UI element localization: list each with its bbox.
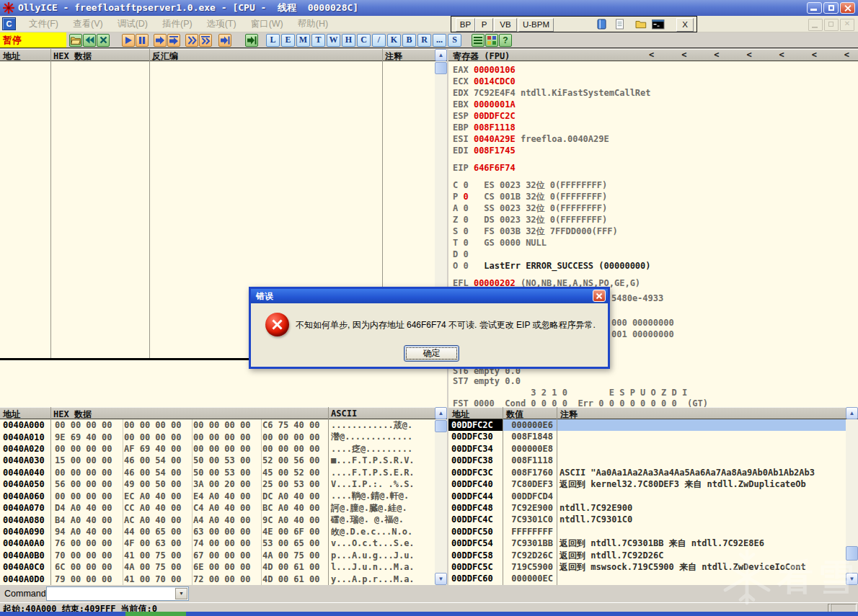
hexdump-scroll-thumb[interactable]	[435, 420, 447, 432]
menu-item-4[interactable]: 选项(T)	[200, 16, 244, 32]
child-restore-button[interactable]	[824, 19, 839, 31]
stack-row-00DDFC30[interactable]: 00DDFC30008F1848	[448, 431, 846, 442]
hexdump-row-0040A040[interactable]: 0040A04000 00 00 0046 00 54 0050 00 53 0…	[0, 467, 435, 478]
options-icon[interactable]	[472, 34, 485, 47]
disasm-scroll-up-icon[interactable]: ▲	[435, 49, 447, 61]
stack-row-00DDFC5C[interactable]: 00DDFC5C719C5900返回到 mswsock.719C5900 来自 …	[448, 561, 846, 573]
disasm-scroll-thumb[interactable]	[435, 62, 447, 74]
stack-row-00DDFC58[interactable]: 00DDFC587C92D26C返回到 ntdll.7C92D26C	[448, 550, 846, 561]
toolbar-letter-button-M[interactable]: M	[296, 34, 310, 47]
registers-unfold-icon[interactable]: <	[649, 50, 654, 60]
hexdump-scroll-up-icon[interactable]: ▲	[435, 407, 447, 419]
registers-unfold-icon[interactable]: <	[681, 50, 686, 60]
hexdump-row-0040A0B0[interactable]: 0040A0B070 00 00 0041 00 75 0067 00 00 0…	[0, 550, 435, 561]
toolbar-letter-button-R[interactable]: R	[417, 34, 431, 47]
toolbar-letter-button-W[interactable]: W	[327, 34, 340, 47]
hexdump-row-0040A000[interactable]: 0040A00000 00 00 0000 00 00 0000 00 00 0…	[0, 419, 435, 431]
register-line[interactable]: S 0 FS 003B 32位 7FFDD000(FFF)	[453, 226, 618, 236]
register-line[interactable]: D 0	[453, 249, 469, 259]
hexdump-row-0040A080[interactable]: 0040A080B4 A0 40 00AC A0 40 00A4 A0 40 0…	[0, 514, 435, 525]
toolbar-letter-button-S[interactable]: S	[448, 34, 461, 47]
child-minimize-button[interactable]	[808, 19, 823, 31]
register-line[interactable]: 001 00000000	[611, 329, 674, 339]
stack-scroll-down-icon[interactable]: ▼	[846, 573, 858, 585]
command-input[interactable]: ▼	[46, 586, 189, 601]
register-line[interactable]: Z 0 DS 0023 32位 0(FFFFFFFF)	[453, 215, 607, 225]
error-dialog-titlebar[interactable]: 错误	[251, 289, 608, 303]
run-button[interactable]	[122, 34, 135, 47]
bp-button[interactable]: BP	[456, 18, 475, 32]
help-icon[interactable]: ?	[499, 34, 512, 47]
register-line[interactable]: T 0 GS 0000 NULL	[453, 238, 547, 248]
hexdump-row-0040A010[interactable]: 0040A0109E 69 40 0000 00 00 0000 00 00 0…	[0, 431, 435, 442]
ok-button[interactable]: 确定	[404, 345, 459, 362]
stack-scroll-up-icon[interactable]: ▲	[846, 407, 858, 419]
close-process-button[interactable]	[97, 34, 110, 47]
menu-item-0[interactable]: 文件(F)	[22, 16, 66, 32]
stack-row-00DDFC40[interactable]: 00DDFC407C80DEF3返回到 kernel32.7C80DEF3 来自…	[448, 478, 846, 490]
register-line[interactable]: EBX 0000001A	[453, 99, 516, 110]
menu-item-1[interactable]: 查看(V)	[66, 16, 110, 32]
stack-row-00DDFC44[interactable]: 00DDFC4400DDFCD4	[448, 491, 846, 502]
register-line[interactable]: 000 00000000	[611, 318, 674, 328]
hexdump-row-0040A050[interactable]: 0040A05056 00 00 0049 00 50 003A 00 20 0…	[0, 478, 435, 490]
command-dropdown-icon[interactable]: ▼	[175, 588, 187, 599]
hexdump-row-0040A060[interactable]: 0040A06000 00 00 00EC A0 40 00E4 A0 40 0…	[0, 491, 435, 502]
step-over-button[interactable]	[167, 34, 180, 47]
register-line[interactable]: ST7 empty 0.0	[453, 376, 521, 386]
hexdump-row-0040A0A0[interactable]: 0040A0A076 00 00 004F 00 63 0074 00 00 0…	[0, 537, 435, 549]
register-line[interactable]: EDI 008F1745	[453, 146, 516, 156]
console-icon[interactable]	[650, 18, 666, 30]
open-file-button[interactable]	[69, 34, 82, 47]
register-line[interactable]: 5480e-4933	[611, 293, 663, 303]
menu-item-5[interactable]: 窗口(W)	[244, 16, 291, 32]
toolbar-letter-button-B[interactable]: B	[402, 34, 416, 47]
register-line[interactable]: ECX 0014CDC0	[453, 76, 516, 86]
register-line[interactable]: ESP 00DDFC2C	[453, 111, 516, 121]
hexdump-row-0040A020[interactable]: 0040A02000 00 00 00AF 69 40 0000 00 00 0…	[0, 443, 435, 455]
notebook-icon[interactable]	[593, 18, 609, 30]
toolbar-letter-button-E[interactable]: E	[281, 34, 295, 47]
toolbar-letter-button-C[interactable]: C	[357, 34, 371, 47]
stack-row-00DDFC54[interactable]: 00DDFC547C9301BB返回到 ntdll.7C9301BB 来自 nt…	[448, 537, 846, 549]
p-button[interactable]: P	[475, 18, 493, 32]
execute-till-return-button[interactable]	[218, 34, 231, 47]
error-dialog-close-icon[interactable]	[593, 290, 606, 302]
stack-row-00DDFC38[interactable]: 00DDFC38008F1118	[448, 455, 846, 466]
stack-row-00DDFC50[interactable]: 00DDFC50FFFFFFFF	[448, 526, 846, 537]
hexdump-row-0040A090[interactable]: 0040A09094 A0 40 0044 00 65 0063 00 00 0…	[0, 526, 435, 537]
toolbar-letter-button-...[interactable]: ...	[433, 34, 446, 47]
register-line[interactable]: EDX 7C92E4F4 ntdll.KiFastSystemCallRet	[453, 88, 651, 98]
stack-row-00DDFC48[interactable]: 00DDFC487C92E900ntdll.7C92E900	[448, 502, 846, 514]
go-to-user-code-button[interactable]	[245, 34, 258, 47]
register-line[interactable]: A 0 SS 0023 32位 0(FFFFFFFF)	[453, 203, 607, 213]
notepad-icon[interactable]	[612, 18, 628, 30]
close-button[interactable]	[840, 2, 855, 14]
step-into-button[interactable]	[154, 34, 167, 47]
cpu-child-icon[interactable]: C	[2, 17, 16, 30]
toolbar-letter-button-L[interactable]: L	[266, 34, 280, 47]
ubpm-button[interactable]: U-BPM	[518, 18, 554, 32]
hexdump-row-0040A0D0[interactable]: 0040A0D079 00 00 0041 00 70 0072 00 00 0…	[0, 573, 435, 584]
hexdump-scrollbar[interactable]	[435, 419, 447, 573]
stack-row-00DDFC4C[interactable]: 00DDFC4C7C9301C0ntdll.7C9301C0	[448, 514, 846, 525]
register-line[interactable]: O 0 LastErr ERROR_SUCCESS (00000000)	[453, 261, 651, 271]
menu-item-3[interactable]: 插件(P)	[155, 16, 200, 32]
register-line[interactable]: C 0 ES 0023 32位 0(FFFFFFFF)	[453, 180, 607, 190]
register-line[interactable]: 3 2 1 0 E S P U O Z D I	[453, 388, 687, 398]
stack-row-00DDFC2C[interactable]: 00DDFC2C000000E6	[448, 419, 846, 431]
register-line[interactable]: EAX 00000106	[453, 65, 516, 75]
registers-unfold-icon[interactable]: <	[844, 50, 849, 60]
toolbar-letter-button-K[interactable]: K	[387, 34, 401, 47]
pause-button[interactable]	[136, 34, 149, 47]
hexdump-row-0040A070[interactable]: 0040A070D4 A0 40 00CC A0 40 00C4 A0 40 0…	[0, 502, 435, 514]
child-close-button[interactable]: ✕	[840, 19, 854, 31]
appearance-icon[interactable]	[485, 34, 498, 47]
register-line[interactable]: EBP 008F1118	[453, 122, 516, 133]
stack-row-00DDFC34[interactable]: 00DDFC34000000E8	[448, 443, 846, 455]
toolbar-letter-button-/[interactable]: /	[372, 34, 386, 47]
register-line[interactable]: EIP 646F6F74	[453, 163, 516, 173]
menu-item-2[interactable]: 调试(D)	[110, 16, 155, 32]
hexdump-row-0040A030[interactable]: 0040A03015 00 00 0046 00 54 0050 00 53 0…	[0, 455, 435, 466]
folder-icon[interactable]	[633, 18, 649, 30]
